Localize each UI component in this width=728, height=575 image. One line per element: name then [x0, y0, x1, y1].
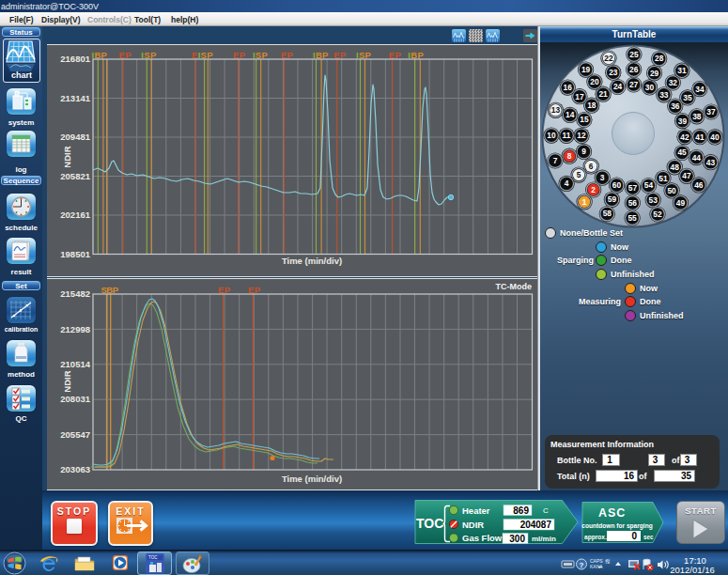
svg-text:TOC: TOC	[148, 555, 158, 560]
svg-text:23: 23	[609, 68, 618, 77]
svg-text:4: 4	[565, 179, 569, 188]
svg-text:213141: 213141	[60, 93, 90, 103]
svg-text:EISP: EISP	[192, 50, 213, 60]
svg-text:Heater: Heater	[462, 505, 490, 516]
svg-text:36: 36	[671, 101, 680, 111]
svg-text:EP: EP	[218, 285, 231, 295]
svg-text:26: 26	[629, 65, 639, 74]
svg-text:IBP: IBP	[408, 50, 424, 60]
svg-text:56: 56	[628, 198, 638, 208]
svg-text:209481: 209481	[60, 132, 90, 142]
svg-text:44: 44	[692, 153, 702, 163]
svg-text:198501: 198501	[60, 249, 90, 259]
svg-text:3: 3	[600, 173, 605, 182]
svg-text:40: 40	[710, 132, 720, 142]
svg-text:countdown for sparging: countdown for sparging	[581, 522, 652, 530]
svg-text:34: 34	[695, 85, 705, 94]
svg-text:22: 22	[604, 54, 613, 63]
svg-text:TC-Mode: TC-Mode	[496, 282, 533, 291]
svg-text:14: 14	[565, 110, 575, 119]
svg-text:12: 12	[577, 131, 586, 140]
svg-text:?: ?	[580, 561, 584, 569]
svg-text:IBP: IBP	[313, 50, 329, 60]
svg-text:5: 5	[577, 170, 581, 179]
svg-text:33: 33	[659, 90, 669, 100]
svg-text:sec: sec	[643, 534, 654, 540]
svg-text:49: 49	[676, 198, 686, 208]
svg-text:38: 38	[692, 112, 702, 121]
svg-text:31: 31	[677, 66, 687, 75]
svg-text:204087: 204087	[520, 520, 552, 530]
svg-text:212998: 212998	[60, 324, 90, 334]
svg-text:21: 21	[598, 89, 608, 99]
svg-text:50: 50	[667, 186, 676, 195]
svg-text:37: 37	[706, 107, 716, 117]
svg-text:10: 10	[547, 131, 556, 140]
svg-text:205547: 205547	[60, 429, 90, 440]
svg-text:41: 41	[695, 132, 705, 142]
svg-text:1: 1	[582, 197, 587, 207]
svg-text:럲: 럲	[605, 558, 611, 565]
svg-text:ISP: ISP	[141, 50, 157, 60]
svg-text:19: 19	[581, 65, 591, 74]
svg-text:C: C	[543, 506, 549, 515]
svg-text:IBP: IBP	[92, 50, 108, 60]
svg-text:Time (min/div): Time (min/div)	[282, 474, 342, 484]
svg-text:208031: 208031	[60, 394, 90, 404]
svg-text:16: 16	[564, 83, 573, 92]
svg-text:EP: EP	[119, 50, 132, 60]
svg-text:8: 8	[567, 151, 572, 161]
svg-text:9: 9	[581, 147, 586, 156]
svg-text:13: 13	[551, 105, 561, 115]
svg-text:ISP: ISP	[356, 50, 372, 60]
svg-text:0: 0	[631, 531, 637, 541]
svg-text:57: 57	[628, 183, 638, 193]
svg-text:32: 32	[669, 78, 678, 87]
svg-text:EP: EP	[333, 50, 347, 60]
svg-text:24: 24	[613, 82, 623, 91]
svg-text:52: 52	[653, 210, 662, 219]
svg-text:11: 11	[563, 131, 571, 140]
svg-text:NDIR: NDIR	[462, 520, 484, 530]
svg-text:6: 6	[589, 162, 594, 171]
svg-text:216801: 216801	[60, 54, 90, 64]
svg-text:EP: EP	[233, 50, 246, 60]
svg-text:58: 58	[603, 209, 612, 218]
svg-text:42: 42	[680, 132, 689, 142]
svg-text:48: 48	[671, 163, 680, 172]
svg-text:20: 20	[590, 77, 599, 86]
svg-text:300: 300	[509, 534, 525, 544]
svg-text:27: 27	[629, 80, 639, 89]
svg-text:43: 43	[706, 158, 716, 167]
svg-text:29: 29	[650, 69, 659, 78]
svg-text:EP: EP	[281, 50, 294, 60]
svg-text:51: 51	[658, 174, 668, 183]
svg-text:215482: 215482	[60, 288, 90, 299]
svg-text:45: 45	[677, 148, 687, 157]
svg-text:ASC: ASC	[598, 506, 626, 520]
svg-text:53: 53	[649, 195, 658, 205]
svg-text:TOC: TOC	[416, 516, 443, 531]
svg-text:approx.: approx.	[584, 534, 607, 541]
svg-text:18: 18	[587, 101, 596, 110]
svg-text:25: 25	[629, 50, 639, 59]
svg-text:205821: 205821	[60, 171, 90, 181]
svg-text:NDIR: NDIR	[62, 146, 72, 167]
svg-text:ISP: ISP	[253, 50, 269, 60]
svg-text:35: 35	[683, 93, 692, 102]
svg-text:203063: 203063	[60, 464, 90, 474]
svg-text:CAPS: CAPS	[590, 558, 603, 564]
svg-text:55: 55	[627, 213, 637, 223]
svg-text:ml/min: ml/min	[532, 535, 556, 543]
svg-text:SBP: SBP	[101, 285, 119, 295]
svg-text:60: 60	[612, 180, 622, 190]
svg-text:Time (min/div): Time (min/div)	[282, 256, 342, 266]
svg-text:7: 7	[553, 156, 558, 165]
svg-text:2: 2	[591, 185, 596, 194]
svg-text:54: 54	[644, 180, 654, 190]
svg-text:EP: EP	[248, 285, 261, 295]
svg-text:39: 39	[678, 117, 688, 126]
svg-text:59: 59	[608, 194, 617, 204]
svg-text:30: 30	[645, 83, 655, 92]
svg-text:202161: 202161	[60, 210, 90, 220]
